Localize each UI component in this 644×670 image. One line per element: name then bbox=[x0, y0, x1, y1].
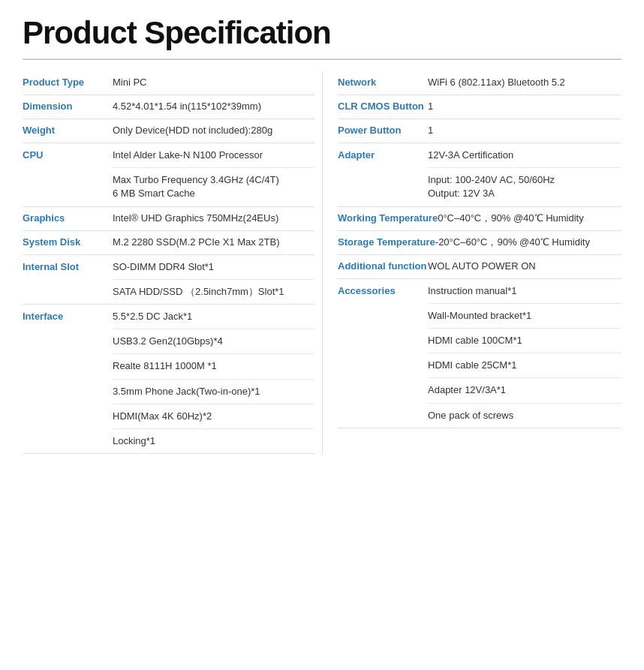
spec-row: Working Temperature0°C–40°C，90% @40℃ Hum… bbox=[338, 207, 621, 231]
spec-sub-row: Locking*1 bbox=[113, 429, 314, 453]
spec-group-values: 5.5*2.5 DC Jack*1USB3.2 Gen2(10Gbps)*4Re… bbox=[113, 305, 314, 453]
spec-group: CPUIntel Alder Lake-N N100 ProcessorMax … bbox=[23, 143, 314, 207]
spec-value: 0°C–40°C，90% @40℃ Humidity bbox=[438, 211, 621, 226]
spec-sub-row: Intel Alder Lake-N N100 Processor bbox=[113, 143, 314, 168]
page-title: Product Specification bbox=[23, 15, 621, 51]
spec-value: Mini PC bbox=[113, 75, 314, 90]
spec-row: Product TypeMini PC bbox=[23, 71, 314, 95]
spec-group: Internal SlotSO-DIMM DDR4 Slot*1SATA HDD… bbox=[23, 255, 314, 305]
spec-row: Additional functionWOL AUTO POWER ON bbox=[338, 255, 621, 279]
title-divider bbox=[23, 59, 621, 60]
spec-sub-row: Adapter 12V/3A*1 bbox=[428, 378, 621, 403]
spec-row: WeightOnly Device(HDD not included):280g bbox=[23, 119, 314, 143]
spec-group: AccessoriesInstruction manual*1Wall-Moun… bbox=[338, 279, 621, 428]
spec-sub-row: SO-DIMM DDR4 Slot*1 bbox=[113, 255, 314, 280]
spec-sub-row: HDMI(Max 4K 60Hz)*2 bbox=[113, 404, 314, 429]
spec-value: M.2 2280 SSD(M.2 PCIe X1 Max 2TB) bbox=[113, 235, 314, 250]
spec-label: Power Button bbox=[338, 123, 428, 136]
spec-group-label: Adapter bbox=[338, 143, 428, 206]
spec-value: WiFi 6 (802.11ax) Bluetooth 5.2 bbox=[428, 75, 621, 90]
spec-sub-row: USB3.2 Gen2(10Gbps)*4 bbox=[113, 329, 314, 354]
spec-row: Dimension4.52*4.01*1.54 in(115*102*39mm) bbox=[23, 95, 314, 119]
spec-sub-row: Wall-Mounted bracket*1 bbox=[428, 304, 621, 329]
spec-group-values: Instruction manual*1Wall-Mounted bracket… bbox=[428, 279, 621, 428]
spec-value: 1 bbox=[428, 123, 621, 138]
spec-label: Network bbox=[338, 75, 428, 88]
spec-group-row: AccessoriesInstruction manual*1Wall-Moun… bbox=[338, 279, 621, 428]
spec-group-row: CPUIntel Alder Lake-N N100 ProcessorMax … bbox=[23, 143, 314, 206]
spec-label: Working Temperature bbox=[338, 211, 438, 224]
spec-group-row: Internal SlotSO-DIMM DDR4 Slot*1SATA HDD… bbox=[23, 255, 314, 304]
right-column: NetworkWiFi 6 (802.11ax) Bluetooth 5.2CL… bbox=[322, 71, 621, 454]
spec-sub-row: 12V-3A Certification bbox=[428, 143, 621, 168]
spec-sub-row: HDMI cable 100CM*1 bbox=[428, 329, 621, 353]
spec-sub-row: 3.5mm Phone Jack(Two-in-one)*1 bbox=[113, 380, 314, 404]
spec-group-values: 12V-3A CertificationInput: 100-240V AC, … bbox=[428, 143, 621, 206]
spec-grid: Product TypeMini PCDimension4.52*4.01*1.… bbox=[23, 71, 621, 454]
spec-label: CLR CMOS Button bbox=[338, 99, 428, 112]
spec-group-label: CPU bbox=[23, 143, 113, 206]
spec-value: Only Device(HDD not included):280g bbox=[113, 123, 314, 138]
spec-sub-row: 5.5*2.5 DC Jack*1 bbox=[113, 305, 314, 329]
spec-sub-row: HDMI cable 25CM*1 bbox=[428, 353, 621, 378]
spec-row: GraphicsIntel® UHD Graphics 750MHz(24EUs… bbox=[23, 207, 314, 231]
spec-sub-row: Max Turbo Frequency 3.4GHz (4C/4T) 6 MB … bbox=[113, 168, 314, 206]
spec-group-row: Adapter12V-3A CertificationInput: 100-24… bbox=[338, 143, 621, 206]
spec-row: NetworkWiFi 6 (802.11ax) Bluetooth 5.2 bbox=[338, 71, 621, 95]
spec-group-label: Internal Slot bbox=[23, 255, 113, 304]
spec-value: WOL AUTO POWER ON bbox=[428, 259, 621, 274]
left-column: Product TypeMini PCDimension4.52*4.01*1.… bbox=[23, 71, 322, 454]
spec-label: Additional function bbox=[338, 259, 428, 272]
spec-group-values: SO-DIMM DDR4 Slot*1SATA HDD/SSD （2.5inch… bbox=[113, 255, 314, 304]
spec-label: Product Type bbox=[23, 75, 113, 88]
spec-row: Power Button1 bbox=[338, 119, 621, 143]
spec-group-row: Interface5.5*2.5 DC Jack*1USB3.2 Gen2(10… bbox=[23, 305, 314, 453]
spec-row: Storage Temperature-20°C–60°C，90% @40℃ H… bbox=[338, 231, 621, 255]
spec-value: 4.52*4.01*1.54 in(115*102*39mm) bbox=[113, 99, 314, 114]
spec-value: Intel® UHD Graphics 750MHz(24EUs) bbox=[113, 211, 314, 226]
spec-sub-row: SATA HDD/SSD （2.5inch7mm）Slot*1 bbox=[113, 280, 314, 304]
spec-label: Storage Temperature bbox=[338, 235, 435, 248]
spec-group-label: Accessories bbox=[338, 279, 428, 428]
spec-group-label: Interface bbox=[23, 305, 113, 453]
spec-label: System Disk bbox=[23, 235, 113, 248]
spec-group: Adapter12V-3A CertificationInput: 100-24… bbox=[338, 143, 621, 207]
spec-label: Weight bbox=[23, 123, 113, 136]
spec-value: 1 bbox=[428, 99, 621, 114]
spec-sub-row: Input: 100-240V AC, 50/60Hz Output: 12V … bbox=[428, 168, 621, 206]
spec-sub-row: Instruction manual*1 bbox=[428, 279, 621, 304]
spec-label: Graphics bbox=[23, 211, 113, 224]
spec-group: Interface5.5*2.5 DC Jack*1USB3.2 Gen2(10… bbox=[23, 305, 314, 454]
spec-sub-row: Realte 8111H 1000M *1 bbox=[113, 354, 314, 379]
spec-group-values: Intel Alder Lake-N N100 ProcessorMax Tur… bbox=[113, 143, 314, 206]
spec-value: -20°C–60°C，90% @40℃ Humidity bbox=[435, 235, 621, 250]
spec-label: Dimension bbox=[23, 99, 113, 112]
spec-sub-row: One pack of screws bbox=[428, 404, 621, 428]
spec-row: CLR CMOS Button1 bbox=[338, 95, 621, 119]
spec-row: System DiskM.2 2280 SSD(M.2 PCIe X1 Max … bbox=[23, 231, 314, 255]
